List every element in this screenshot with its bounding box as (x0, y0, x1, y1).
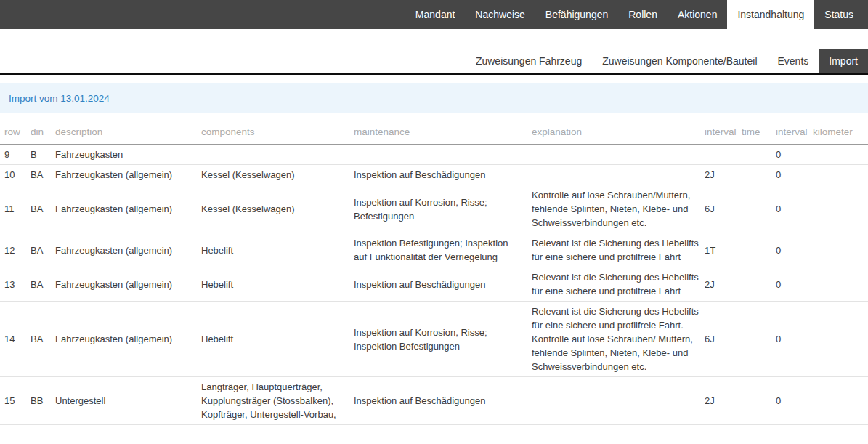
cell-maintenance: Inspektion auf Korrosion, Risse; Befesti… (349, 185, 527, 233)
cell-interval-kilometer: 0 (771, 185, 868, 233)
column-header: maintenance (349, 118, 527, 145)
cell-components (197, 145, 349, 165)
cell-row: 9 (0, 145, 26, 165)
cell-maintenance: Inspektion Befestigungen; Inspektion auf… (349, 233, 527, 267)
cell-description: Untergestell (51, 377, 197, 425)
cell-components: Hebelift (197, 233, 349, 267)
cell-explanation: Relevant ist die Sicherung des Hebelifts… (527, 267, 700, 302)
main-nav-tab[interactable]: Instandhaltung (727, 0, 814, 29)
cell-explanation: Relevant ist die Sicherung des Hebelifts… (527, 233, 700, 267)
cell-explanation (527, 165, 700, 185)
main-nav-tab[interactable]: Befähigungen (535, 0, 618, 29)
cell-maintenance (349, 145, 527, 165)
sub-nav: Zuweisungen Fahrzeug Zuweisungen Kompone… (0, 29, 868, 75)
cell-explanation (527, 377, 700, 425)
cell-maintenance: Inspektion auf Beschädigungen (349, 267, 527, 302)
cell-row: 14 (0, 302, 26, 377)
cell-description: Fahrzeugkasten (allgemein) (51, 165, 197, 185)
cell-interval-time: 1T (700, 233, 771, 267)
cell-interval-time (700, 145, 771, 165)
cell-row: 15 (0, 377, 26, 425)
main-nav-tab[interactable]: Nachweise (465, 0, 535, 29)
cell-description: Fahrzeugkasten (51, 145, 197, 165)
import-banner: Import vom 13.01.2024 (0, 83, 868, 113)
table-header-row: row din description components maintenan… (0, 118, 868, 145)
sub-nav-tab[interactable]: Import (819, 49, 868, 73)
cell-description: Fahrzeugkasten (allgemein) (51, 233, 197, 267)
cell-interval-kilometer: 0 (771, 302, 868, 377)
cell-components: Langträger, Hauptquerträger, Kupplungstr… (197, 377, 349, 425)
sub-nav-tab[interactable]: Zuweisungen Fahrzeug (466, 49, 592, 73)
cell-interval-kilometer: 0 (771, 267, 868, 302)
cell-interval-kilometer: 0 (771, 377, 868, 425)
import-table: row din description components maintenan… (0, 118, 868, 425)
table-row: 9 B Fahrzeugkasten 0 (0, 145, 868, 165)
column-header: components (197, 118, 349, 145)
main-nav: Mandant Nachweise Befähigungen Rollen Ak… (0, 0, 868, 29)
main-nav-tab[interactable]: Rollen (618, 0, 668, 29)
cell-interval-kilometer: 0 (771, 233, 868, 267)
table-row: 11 BA Fahrzeugkasten (allgemein) Kessel … (0, 185, 868, 233)
column-header: row (0, 118, 26, 145)
cell-row: 13 (0, 267, 26, 302)
main-nav-tab[interactable]: Status (814, 0, 864, 29)
cell-maintenance: Inspektion auf Beschädigungen (349, 377, 527, 425)
cell-components: Kessel (Kesselwagen) (197, 165, 349, 185)
table-row: 15 BB Untergestell Langträger, Hauptquer… (0, 377, 868, 425)
column-header: description (51, 118, 197, 145)
cell-din: BA (26, 165, 51, 185)
main-nav-tab[interactable]: Aktionen (668, 0, 727, 29)
cell-din: B (26, 145, 51, 165)
table-row: 10 BA Fahrzeugkasten (allgemein) Kessel … (0, 165, 868, 185)
column-header: explanation (527, 118, 700, 145)
cell-row: 10 (0, 165, 26, 185)
cell-row: 12 (0, 233, 26, 267)
cell-interval-time: 6J (700, 185, 771, 233)
cell-explanation: Relevant ist die Sicherung des Hebelifts… (527, 302, 700, 377)
cell-row: 11 (0, 185, 26, 233)
cell-description: Fahrzeugkasten (allgemein) (51, 185, 197, 233)
cell-maintenance: Inspektion auf Korrosion, Risse; Inspekt… (349, 302, 527, 377)
table-body: 9 B Fahrzeugkasten 0 10 BA Fahrzeugkaste… (0, 145, 868, 425)
cell-components: Hebelift (197, 302, 349, 377)
cell-components: Kessel (Kesselwagen) (197, 185, 349, 233)
cell-din: BA (26, 302, 51, 377)
cell-din: BA (26, 233, 51, 267)
import-link[interactable]: Import vom 13.01.2024 (9, 93, 110, 104)
column-header: din (26, 118, 51, 145)
cell-components: Hebelift (197, 267, 349, 302)
cell-description: Fahrzeugkasten (allgemein) (51, 302, 197, 377)
table-row: 13 BA Fahrzeugkasten (allgemein) Hebelif… (0, 267, 868, 302)
table-row: 14 BA Fahrzeugkasten (allgemein) Hebelif… (0, 302, 868, 377)
cell-din: BB (26, 377, 51, 425)
cell-din: BA (26, 185, 51, 233)
main-nav-tab[interactable]: Mandant (405, 0, 465, 29)
cell-maintenance: Inspektion auf Beschädigungen (349, 165, 527, 185)
cell-interval-time: 2J (700, 377, 771, 425)
sub-nav-tab[interactable]: Zuweisungen Komponente/Bauteil (592, 49, 767, 73)
sub-nav-tab[interactable]: Events (768, 49, 819, 73)
column-header: interval_kilometer (771, 118, 868, 145)
table-row: 12 BA Fahrzeugkasten (allgemein) Hebelif… (0, 233, 868, 267)
cell-interval-time: 2J (700, 165, 771, 185)
cell-interval-time: 2J (700, 267, 771, 302)
column-header: interval_time (700, 118, 771, 145)
cell-interval-kilometer: 0 (771, 165, 868, 185)
cell-interval-time: 6J (700, 302, 771, 377)
cell-description: Fahrzeugkasten (allgemein) (51, 267, 197, 302)
cell-interval-kilometer: 0 (771, 145, 868, 165)
cell-din: BA (26, 267, 51, 302)
cell-explanation: Kontrolle auf lose Schrauben/Muttern, fe… (527, 185, 700, 233)
cell-explanation (527, 145, 700, 165)
